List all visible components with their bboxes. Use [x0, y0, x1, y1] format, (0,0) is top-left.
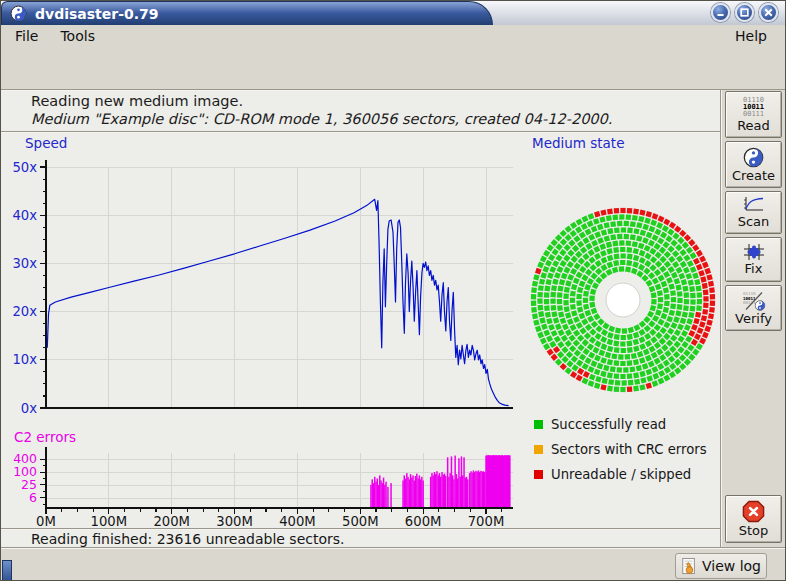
- verify-compare-icon: 01110 10011 00111: [742, 291, 766, 311]
- legend-item-0: Successfully read: [534, 417, 707, 431]
- legend-swatch: [534, 420, 543, 429]
- legend-label: Unreadable / skipped: [551, 467, 691, 482]
- titlebar[interactable]: dvdisaster-0.79: [1, 1, 785, 26]
- menu-file[interactable]: File: [7, 26, 46, 46]
- legend-swatch: [534, 470, 543, 479]
- window-title: dvdisaster-0.79: [35, 6, 159, 22]
- view-log-icon: [681, 557, 697, 576]
- read-button[interactable]: 01110 10011 00111 Read: [725, 91, 782, 138]
- scan-button[interactable]: Scan: [725, 191, 782, 234]
- footer-bar: View log: [1, 547, 785, 581]
- statusbar-separator-line: [1, 528, 720, 530]
- statusbar-text: Reading finished: 23616 unreadable secto…: [31, 531, 345, 547]
- fix-puzzle-icon: [743, 243, 765, 261]
- menu-tools[interactable]: Tools: [52, 26, 103, 46]
- view-log-button[interactable]: View log: [675, 553, 767, 579]
- action-sidebar: 01110 10011 00111 Read Create Scan: [722, 90, 786, 547]
- legend-label: Successfully read: [551, 417, 666, 432]
- minimize-button[interactable]: [711, 3, 730, 22]
- create-yinyang-icon: [743, 147, 764, 168]
- app-yinyang-icon: [10, 5, 27, 22]
- fix-button[interactable]: Fix: [725, 237, 782, 282]
- status-heading: Reading new medium image.: [31, 93, 243, 109]
- close-button[interactable]: [759, 3, 778, 22]
- maximize-button[interactable]: [735, 3, 754, 22]
- legend-swatch: [534, 445, 543, 454]
- c2-errors-chart-title: C2 errors: [14, 429, 76, 445]
- medium-state-legend: Successfully readSectors with CRC errors…: [534, 417, 707, 492]
- stop-octagon-icon: [742, 500, 765, 523]
- stop-button[interactable]: Stop: [725, 495, 782, 543]
- resize-grip[interactable]: [2, 560, 12, 581]
- create-button[interactable]: Create: [725, 141, 782, 188]
- legend-label: Sectors with CRC errors: [551, 442, 707, 457]
- menu-help[interactable]: Help: [727, 26, 775, 46]
- medium-state-disc: [526, 203, 720, 397]
- info-separator-line: [1, 131, 720, 133]
- medium-description: Medium "Example disc": CD-ROM mode 1, 36…: [31, 111, 612, 127]
- speed-chart-title: Speed: [25, 135, 67, 151]
- minimize-icon: [715, 7, 726, 18]
- scan-curve-icon: [743, 196, 765, 214]
- close-icon: [763, 7, 774, 18]
- read-binary-icon: 01110 10011 00111: [743, 97, 764, 118]
- dvdisaster-window: dvdisaster-0.79 File Tools Help: [0, 0, 786, 581]
- maximize-icon: [739, 7, 750, 18]
- legend-item-2: Unreadable / skipped: [534, 467, 707, 481]
- medium-state-title: Medium state: [532, 135, 624, 151]
- menubar: File Tools Help: [1, 25, 785, 47]
- title-tab: dvdisaster-0.79: [1, 1, 493, 25]
- toolbar: Optical drive 52X FW 1.02 011 10011 0011…: [1, 47, 785, 89]
- verify-button[interactable]: 01110 10011 00111 Verify: [725, 285, 782, 331]
- legend-item-1: Sectors with CRC errors: [534, 442, 707, 456]
